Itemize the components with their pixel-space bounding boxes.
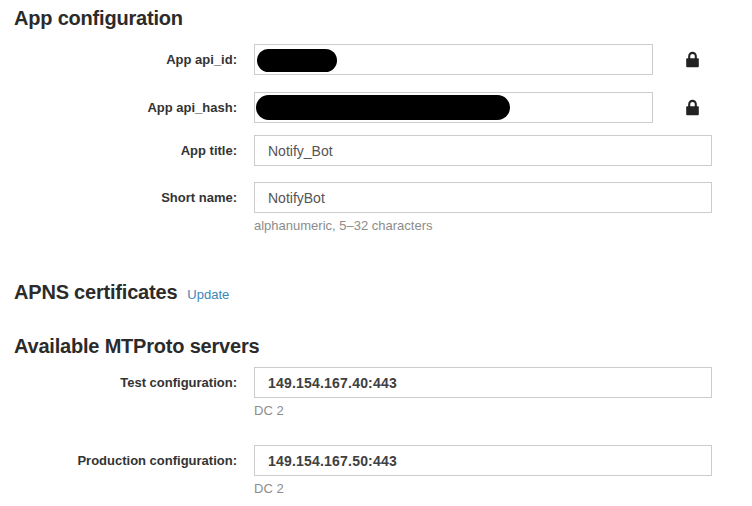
apns-update-link[interactable]: Update xyxy=(187,285,229,305)
app-title-input[interactable] xyxy=(254,135,712,166)
short-name-helper: alphanumeric, 5–32 characters xyxy=(254,219,712,233)
api-hash-label: App api_hash: xyxy=(0,92,237,123)
api-id-input[interactable] xyxy=(254,44,653,75)
test-configuration-label: Test configuration: xyxy=(0,367,237,398)
short-name-label: Short name: xyxy=(0,182,237,213)
production-configuration-label: Production configuration: xyxy=(0,445,237,476)
app-configuration-page: App configuration App api_id: App api_ha… xyxy=(0,0,752,496)
lock-icon xyxy=(685,99,700,116)
lock-icon xyxy=(685,51,700,68)
form-row-api-hash: App api_hash: xyxy=(0,92,752,123)
api-id-label: App api_id: xyxy=(0,44,237,75)
api-hash-input[interactable] xyxy=(254,92,653,123)
form-row-short-name: Short name: alphanumeric, 5–32 character… xyxy=(0,182,752,233)
apns-heading-row: APNS certificates Update xyxy=(14,282,752,305)
test-configuration-dc-helper: DC 2 xyxy=(254,404,712,418)
form-row-test-configuration: Test configuration: DC 2 xyxy=(0,367,752,418)
app-title-label: App title: xyxy=(0,135,237,166)
form-row-production-configuration: Production configuration: DC 2 xyxy=(0,445,752,496)
apns-certificates-heading: APNS certificates xyxy=(14,282,177,302)
short-name-input[interactable] xyxy=(254,182,712,213)
production-configuration-input[interactable] xyxy=(254,445,712,476)
test-configuration-input[interactable] xyxy=(254,367,712,398)
form-row-api-id: App api_id: xyxy=(0,44,752,75)
app-configuration-heading: App configuration xyxy=(14,8,752,28)
form-row-app-title: App title: xyxy=(0,135,752,166)
production-configuration-dc-helper: DC 2 xyxy=(254,482,712,496)
mtproto-servers-heading: Available MTProto servers xyxy=(14,336,752,356)
